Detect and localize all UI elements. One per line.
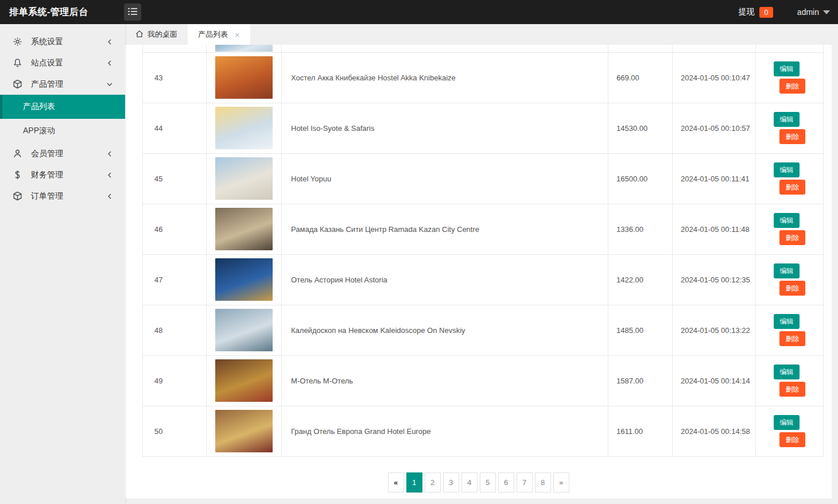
pagination-page-2[interactable]: 2 xyxy=(425,472,441,493)
product-name: Hotel Iso-Syote & Safaris xyxy=(282,103,608,153)
product-date: 2024-01-05 00:10:57 xyxy=(673,103,756,153)
user-icon xyxy=(13,149,22,158)
table-row: 48 Калейдоскоп на Невском Kaleidoscope O… xyxy=(143,305,824,355)
hotel-photo xyxy=(215,309,273,351)
delete-button[interactable]: 删除 xyxy=(779,129,805,144)
user-menu[interactable]: admin xyxy=(797,7,830,17)
hotel-photo xyxy=(215,107,273,149)
product-name: Гранд Отель Европа Grand Hotel Europe xyxy=(282,406,608,456)
sidebar-item-system-settings[interactable]: 系统设置 xyxy=(0,31,125,52)
app-title: 排单系统-管理后台 xyxy=(9,6,88,18)
withdraw-label: 提现 xyxy=(739,7,755,17)
product-list-panel: 43 Хостел Акка Книбекайзе Hostel Akka Kn… xyxy=(125,45,832,498)
sidebar: 系统设置 站点设置 产品管理 产品列表 xyxy=(0,24,125,504)
pagination-page-1[interactable]: 1 xyxy=(406,472,422,493)
sidebar-item-label: 会员管理 xyxy=(31,149,107,159)
product-id: 47 xyxy=(143,254,207,305)
gear-icon xyxy=(13,37,22,46)
table-wrapper: 43 Хостел Акка Книбекайзе Hostel Akka Kn… xyxy=(125,45,832,457)
pagination-page-8[interactable]: 8 xyxy=(535,472,551,493)
chevron-down-icon xyxy=(107,80,112,89)
table-row: 49 М-Отель М-Отель 1587.00 2024-01-05 00… xyxy=(143,355,824,406)
sidebar-item-label: 财务管理 xyxy=(31,170,107,180)
product-price: 1336.00 xyxy=(608,204,673,254)
edit-button[interactable]: 编辑 xyxy=(774,61,800,76)
product-price: 1611.00 xyxy=(608,406,673,456)
delete-button[interactable]: 删除 xyxy=(779,281,805,296)
product-price: 16500.00 xyxy=(608,153,673,204)
tab-product-list[interactable]: 产品列表 × xyxy=(188,24,250,45)
product-date: 2024-01-05 00:14:14 xyxy=(673,355,756,406)
delete-button[interactable]: 删除 xyxy=(779,382,805,397)
product-name: М-Отель М-Отель xyxy=(282,355,608,406)
table-row-partial xyxy=(143,45,824,52)
tab-my-desktop[interactable]: 我的桌面 xyxy=(125,24,188,45)
edit-button[interactable]: 编辑 xyxy=(774,314,800,329)
edit-button[interactable]: 编辑 xyxy=(774,112,800,127)
edit-button[interactable]: 编辑 xyxy=(774,415,800,430)
chevron-left-icon xyxy=(107,37,112,46)
sidebar-item-site-settings[interactable]: 站点设置 xyxy=(0,52,125,73)
product-date: 2024-01-05 00:11:41 xyxy=(673,153,756,204)
sidebar-item-product-management[interactable]: 产品管理 xyxy=(0,73,125,95)
sidebar-subitem-app-scroll[interactable]: APP滚动 xyxy=(0,119,125,143)
tab-bar: 我的桌面 产品列表 × xyxy=(125,24,838,45)
edit-button[interactable]: 编辑 xyxy=(774,213,800,228)
edit-button[interactable]: 编辑 xyxy=(774,162,800,177)
sidebar-item-order-management[interactable]: 订单管理 xyxy=(0,185,125,207)
product-price: 669.00 xyxy=(608,52,673,103)
chevron-left-icon xyxy=(107,149,112,158)
pagination: « 1 2 3 4 5 6 7 8 » xyxy=(125,472,832,493)
sidebar-item-member-management[interactable]: 会员管理 xyxy=(0,143,125,164)
delete-button[interactable]: 删除 xyxy=(779,432,805,447)
table-row: 47 Отель Астория Hotel Astoria 1422.00 2… xyxy=(143,254,824,305)
sidebar-subitem-product-list[interactable]: 产品列表 xyxy=(0,95,125,119)
pagination-prev[interactable]: « xyxy=(388,472,404,493)
main-area: 系统设置 站点设置 产品管理 产品列表 xyxy=(0,24,838,504)
sidebar-toggle-button[interactable] xyxy=(124,3,141,21)
delete-button[interactable]: 删除 xyxy=(779,230,805,245)
product-id: 43 xyxy=(143,52,207,103)
pagination-page-3[interactable]: 3 xyxy=(443,472,459,493)
product-id: 48 xyxy=(143,305,207,355)
product-date: 2024-01-05 00:14:58 xyxy=(673,406,756,456)
product-name: Рамада Казань Сити Центр Ramada Kazan Ci… xyxy=(282,204,608,254)
sidebar-item-label: 系统设置 xyxy=(31,37,107,47)
hotel-photo xyxy=(215,56,273,99)
product-price: 14530.00 xyxy=(608,103,673,153)
hotel-photo-partial xyxy=(215,45,273,52)
pagination-next[interactable]: » xyxy=(553,472,569,493)
product-date: 2024-01-05 00:13:22 xyxy=(673,305,756,355)
delete-button[interactable]: 删除 xyxy=(779,79,805,94)
close-icon[interactable]: × xyxy=(235,30,240,39)
hotel-photo xyxy=(215,157,273,200)
chevron-left-icon xyxy=(107,192,112,201)
withdraw-count-badge: 0 xyxy=(759,7,773,18)
withdraw-link[interactable]: 提现 0 xyxy=(739,7,773,18)
product-id: 50 xyxy=(143,406,207,456)
pagination-page-6[interactable]: 6 xyxy=(498,472,514,493)
sidebar-item-label: 产品管理 xyxy=(31,79,107,90)
pagination-page-4[interactable]: 4 xyxy=(461,472,478,493)
table-row: 45 Hotel Yopuu 16500.00 2024-01-05 00:11… xyxy=(143,153,824,204)
hotel-photo xyxy=(215,359,273,402)
edit-button[interactable]: 编辑 xyxy=(774,365,800,379)
dollar-icon xyxy=(13,170,22,180)
delete-button[interactable]: 删除 xyxy=(779,180,805,195)
sidebar-item-finance-management[interactable]: 财务管理 xyxy=(0,164,125,185)
product-id: 45 xyxy=(143,153,207,204)
submenu-label: APP滚动 xyxy=(23,126,55,136)
table-row: 43 Хостел Акка Книбекайзе Hostel Akka Kn… xyxy=(143,52,824,103)
table-row: 46 Рамада Казань Сити Центр Ramada Kazan… xyxy=(143,204,824,254)
pagination-page-7[interactable]: 7 xyxy=(517,472,533,493)
edit-button[interactable]: 编辑 xyxy=(774,263,800,278)
product-price: 1587.00 xyxy=(608,355,673,406)
delete-button[interactable]: 删除 xyxy=(779,331,805,346)
app-root: 排单系统-管理后台 提现 0 admin xyxy=(0,0,838,504)
pagination-page-5[interactable]: 5 xyxy=(480,472,496,493)
hotel-photo xyxy=(215,258,273,301)
tab-label: 产品列表 xyxy=(198,29,228,40)
home-icon xyxy=(135,30,143,40)
table-row: 44 Hotel Iso-Syote & Safaris 14530.00 20… xyxy=(143,103,824,153)
bell-icon xyxy=(13,58,22,68)
